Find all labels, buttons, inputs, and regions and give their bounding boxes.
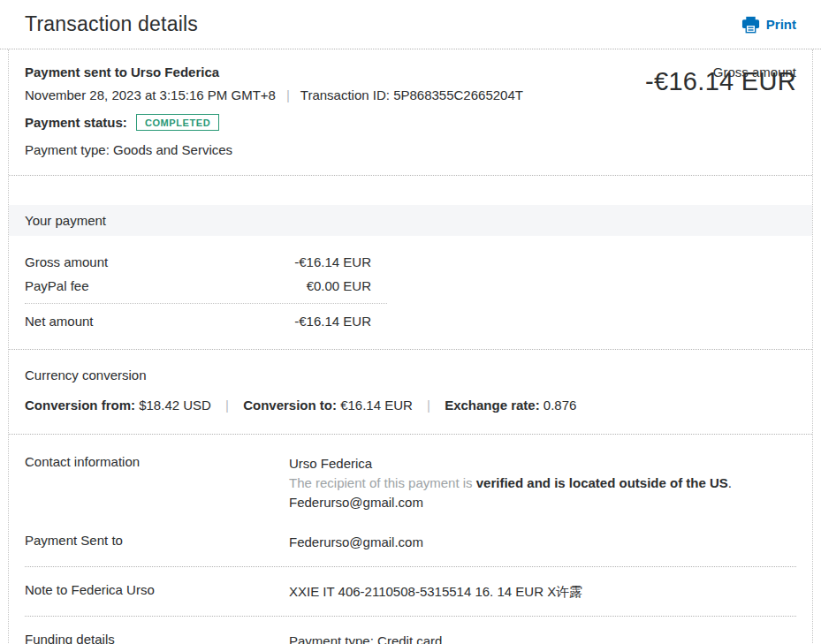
- your-payment-section: Gross amount -€16.14 EUR PayPal fee €0.0…: [9, 236, 812, 350]
- funding-details-label: Funding details: [25, 632, 289, 644]
- separator: |: [225, 398, 229, 413]
- payment-status-label: Payment status:: [25, 115, 127, 130]
- contact-email: Federurso@gmail.com: [289, 493, 796, 512]
- contact-information-row: Contact information Urso Federica The re…: [25, 454, 796, 512]
- note-row: Note to Federica Urso XXIE IT 406-211050…: [25, 582, 796, 601]
- row-value: -€16.14 EUR: [294, 254, 371, 269]
- note-label: Note to Federica Urso: [25, 582, 289, 597]
- summary-section: Payment sent to Urso Federica Gross amou…: [9, 49, 812, 176]
- contact-information-label: Contact information: [25, 454, 289, 469]
- row-label: PayPal fee: [25, 278, 89, 293]
- your-payment-header: Your payment: [9, 205, 812, 236]
- payment-sent-to-value: Federurso@gmail.com: [289, 533, 796, 551]
- funding-details-row: Funding details Payment type: Credit car…: [25, 632, 796, 644]
- details-section: Contact information Urso Federica The re…: [9, 435, 812, 644]
- recipient-note-bold: verified and is located outside of the U…: [476, 475, 728, 490]
- printer-icon: [741, 16, 760, 34]
- print-label: Print: [766, 17, 796, 32]
- section-divider: [25, 566, 796, 567]
- page-header: Transaction details Print: [0, 0, 821, 49]
- recipient-verification-line: The recipient of this payment is verifie…: [289, 474, 796, 493]
- status-badge: COMPLETED: [136, 114, 219, 131]
- recipient-note-gray: The recipient of this payment is: [289, 475, 476, 490]
- funding-payment-type: Payment type: Credit card: [289, 632, 796, 644]
- transaction-id: Transaction ID: 5P868355C2665204T: [300, 87, 523, 102]
- payment-type-line: Payment type: Goods and Services: [25, 142, 796, 157]
- conversion-to-label: Conversion to:: [243, 398, 337, 413]
- amount-divider: [25, 303, 387, 304]
- paypal-fee-row: PayPal fee €0.00 EUR: [25, 274, 371, 298]
- section-divider: [25, 616, 796, 617]
- exchange-rate-value: 0.876: [540, 398, 577, 413]
- exchange-rate-label: Exchange rate:: [445, 398, 540, 413]
- note-value: XXIE IT 406-2110508-5315514 16. 14 EUR X…: [289, 582, 796, 601]
- row-label: Net amount: [25, 314, 94, 329]
- conversion-from-label: Conversion from:: [25, 398, 135, 413]
- payment-sent-to-row: Payment Sent to Federurso@gmail.com: [25, 533, 796, 551]
- gross-amount-value: -€16.14 EUR: [645, 67, 796, 96]
- payment-status-line: Payment status: COMPLETED: [25, 114, 796, 131]
- net-amount-row: Net amount -€16.14 EUR: [25, 309, 371, 333]
- separator: |: [286, 87, 290, 102]
- payment-sent-to-heading: Payment sent to Urso Federica: [25, 64, 219, 80]
- row-value: -€16.14 EUR: [294, 314, 371, 329]
- print-button[interactable]: Print: [741, 16, 796, 34]
- currency-conversion-line: Conversion from: $18.42 USD | Conversion…: [25, 398, 796, 413]
- gross-amount-row: Gross amount -€16.14 EUR: [25, 250, 371, 274]
- recipient-note-period: .: [728, 475, 732, 490]
- row-label: Gross amount: [25, 254, 108, 269]
- contact-name: Urso Federica: [289, 454, 796, 474]
- currency-conversion-section: Currency conversion Conversion from: $18…: [9, 350, 812, 435]
- date-transaction-line: November 28, 2023 at 3:15:16 PM GMT+8 | …: [25, 87, 523, 102]
- row-value: €0.00 EUR: [307, 278, 371, 293]
- transaction-panel: Payment sent to Urso Federica Gross amou…: [8, 49, 813, 644]
- payment-sent-to-label: Payment Sent to: [25, 533, 289, 548]
- page-title: Transaction details: [25, 12, 198, 36]
- separator: |: [427, 398, 430, 413]
- currency-conversion-title: Currency conversion: [25, 367, 796, 383]
- transaction-date: November 28, 2023 at 3:15:16 PM GMT+8: [25, 87, 276, 102]
- conversion-to-value: €16.14 EUR: [337, 398, 413, 413]
- conversion-from-value: $18.42 USD: [135, 398, 211, 413]
